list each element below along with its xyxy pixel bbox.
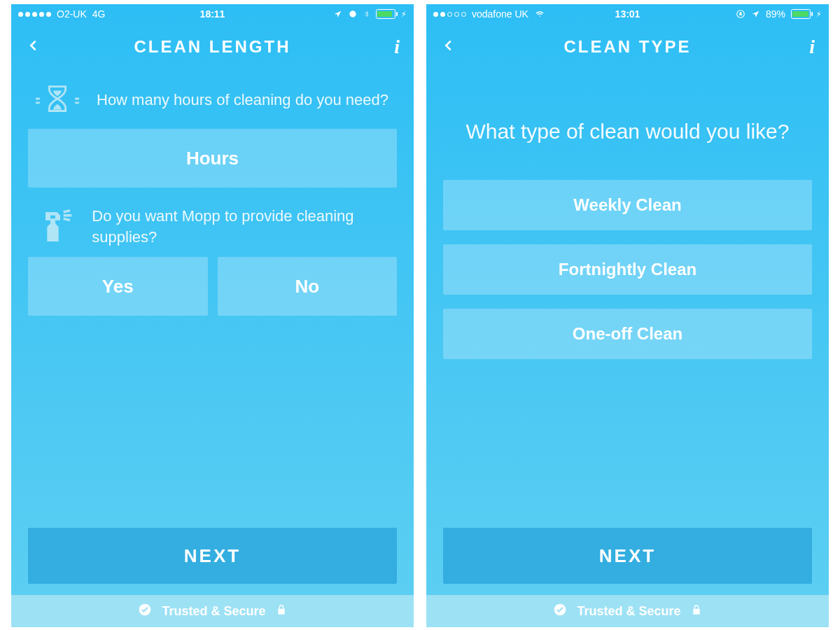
checkmark-circle-icon	[553, 603, 567, 620]
next-label: NEXT	[184, 545, 241, 567]
phone-clean-type: vodafone UK 13:01 89% ⚡︎ CLEAN TYPE i Wh…	[426, 4, 829, 627]
next-button[interactable]: NEXT	[28, 528, 397, 584]
signal-dots-icon	[18, 12, 51, 17]
network-label: 4G	[92, 8, 106, 20]
question-hours-text: How many hours of cleaning do you need?	[97, 90, 388, 111]
charging-bolt-icon: ⚡︎	[816, 10, 822, 19]
supplies-no-label: No	[295, 276, 319, 298]
wifi-icon	[534, 10, 545, 18]
option-one-off-clean[interactable]: One-off Clean	[443, 309, 812, 359]
status-bar: vodafone UK 13:01 89% ⚡︎	[426, 4, 829, 24]
battery-percent-label: 89%	[766, 8, 785, 20]
location-arrow-icon	[751, 10, 760, 19]
option-label: One-off Clean	[573, 324, 682, 344]
charging-bolt-icon: ⚡︎	[401, 10, 407, 19]
battery-icon	[376, 9, 396, 19]
supplies-yes-label: Yes	[102, 276, 134, 298]
spray-bottle-icon	[32, 207, 78, 246]
status-bar: O2-UK 4G 18:11 ⚡︎	[11, 4, 414, 24]
orientation-lock-icon	[736, 9, 746, 19]
checkmark-circle-icon	[138, 603, 152, 620]
trust-footer-text: Trusted & Secure	[162, 604, 265, 619]
location-arrow-icon	[333, 10, 342, 19]
page-title: CLEAN LENGTH	[11, 37, 414, 57]
bluetooth-icon	[363, 9, 370, 19]
next-label: NEXT	[599, 545, 656, 567]
question-supplies: Do you want Mopp to provide cleaning sup…	[28, 200, 397, 257]
trust-footer: Trusted & Secure	[426, 595, 829, 627]
phone-clean-length: O2-UK 4G 18:11 ⚡︎ CLEAN LENGTH i	[11, 4, 414, 627]
trust-footer: Trusted & Secure	[11, 595, 414, 627]
option-label: Fortnightly Clean	[559, 260, 696, 279]
screenshots-pair: O2-UK 4G 18:11 ⚡︎ CLEAN LENGTH i	[0, 0, 840, 630]
alarm-clock-icon	[348, 9, 358, 19]
option-label: Weekly Clean	[573, 195, 681, 215]
hourglass-icon	[32, 81, 83, 119]
hours-input-button[interactable]: Hours	[28, 129, 397, 188]
hours-input-label: Hours	[186, 148, 239, 169]
question-hours: How many hours of cleaning do you need?	[28, 76, 397, 129]
next-button[interactable]: NEXT	[443, 528, 812, 584]
nav-bar: CLEAN TYPE i	[426, 24, 829, 70]
lock-icon	[276, 603, 287, 620]
signal-dots-icon	[433, 12, 466, 17]
question-clean-type: What type of clean would you like?	[443, 76, 812, 174]
carrier-label: O2-UK	[57, 8, 87, 20]
option-fortnightly-clean[interactable]: Fortnightly Clean	[443, 244, 812, 295]
carrier-label: vodafone UK	[472, 8, 528, 20]
trust-footer-text: Trusted & Secure	[577, 604, 680, 619]
page-title: CLEAN TYPE	[426, 37, 829, 57]
battery-icon	[791, 9, 811, 19]
nav-bar: CLEAN LENGTH i	[11, 24, 414, 70]
supplies-no-button[interactable]: No	[218, 257, 398, 316]
supplies-yes-button[interactable]: Yes	[28, 257, 208, 316]
lock-icon	[691, 603, 702, 620]
option-weekly-clean[interactable]: Weekly Clean	[443, 180, 812, 230]
question-supplies-text: Do you want Mopp to provide cleaning sup…	[92, 206, 393, 247]
